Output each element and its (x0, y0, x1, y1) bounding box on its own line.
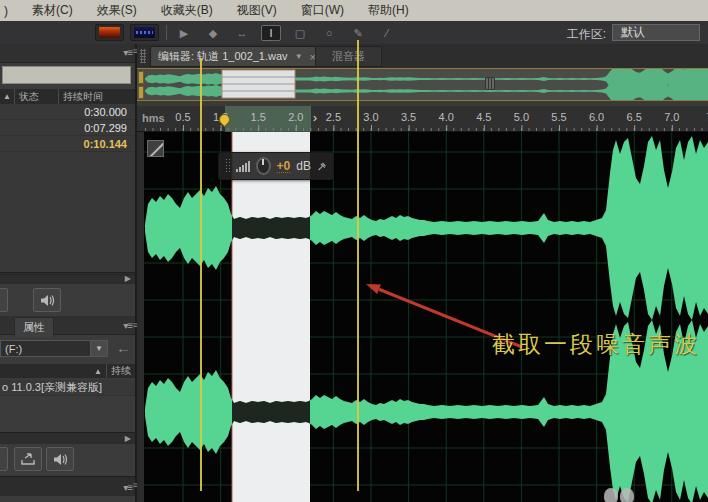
speaker-icon (53, 453, 68, 466)
hud-grip-icon[interactable] (225, 158, 230, 174)
ruler-label: 7.0 (664, 111, 679, 123)
column-duration[interactable]: 持续 (106, 364, 131, 378)
editor-tab-bar: 编辑器: 轨道 1_002_1.wav ▼ × 混音器 (137, 44, 708, 68)
reveal-file-button[interactable] (14, 447, 42, 471)
panel-menu-icon[interactable]: ▾≡ (123, 482, 132, 493)
sort-asc-icon[interactable]: ▲ (0, 92, 14, 101)
gain-unit: dB (296, 159, 311, 173)
gain-hud[interactable]: +0 dB (218, 152, 334, 180)
ruler-label: 6.5 (627, 111, 642, 123)
column-duration[interactable]: 持续时间 (58, 89, 135, 104)
menu-item[interactable]: 素材(C) (32, 2, 73, 19)
tab-editor[interactable]: 编辑器: 轨道 1_002_1.wav ▼ × (150, 46, 324, 67)
audition-window: )素材(C)效果(S)收藏夹(B)视图(V)窗口(W)帮助(H) ▶◆↔I▢○✎… (0, 0, 708, 502)
divider (0, 274, 135, 275)
menu-item[interactable]: 视图(V) (237, 2, 277, 19)
workspace-label: 工作区: (567, 26, 606, 43)
properties-panel-header: 属性 ▾≡ (0, 316, 135, 335)
speaker-icon (40, 294, 55, 307)
bottom-panel-header: ▾≡ (0, 476, 135, 496)
properties-hscrollbar[interactable]: ▶ (0, 432, 135, 444)
waveform-view-button[interactable] (95, 24, 124, 41)
ruler-label: 4.0 (439, 111, 454, 123)
panel-menu-icon[interactable]: ▾≡ (123, 320, 132, 331)
ruler-ticks (137, 125, 708, 131)
ruler-label: 5.0 (514, 111, 529, 123)
ruler-label: 5.5 (551, 111, 566, 123)
properties-list-header: ▲ 持续 (0, 364, 135, 378)
clipped-button[interactable] (0, 288, 8, 312)
file-row[interactable]: 0:30.000 (0, 104, 135, 120)
column-status[interactable]: 状态 (14, 89, 58, 104)
watermark-blob (604, 488, 618, 502)
overview-waveform (137, 69, 708, 100)
file-filter-input[interactable] (2, 66, 131, 84)
list-item[interactable]: o 11.0.3[亲测兼容版] (0, 380, 135, 396)
panel-menu-icon[interactable]: ▾≡ (123, 47, 132, 58)
healing-brush-tool[interactable]: ⁄ (377, 25, 397, 41)
slip-tool[interactable]: ◆ (203, 25, 223, 41)
spectral-view-button[interactable] (130, 24, 159, 41)
paintbrush-tool[interactable]: ✎ (348, 25, 368, 41)
channel-toggle-button[interactable] (147, 140, 164, 157)
menu-item[interactable]: 帮助(H) (368, 2, 409, 19)
pin-icon[interactable] (317, 160, 327, 173)
chevron-down-icon[interactable]: ▼ (90, 341, 107, 356)
clipped-button[interactable] (0, 447, 8, 471)
scroll-right-icon[interactable]: ▶ (125, 274, 131, 283)
open-folder-icon (20, 452, 36, 466)
ruler-label: 4.5 (476, 111, 491, 123)
overview-drag-handle[interactable] (485, 77, 495, 90)
drive-select-value: (F:) (5, 343, 22, 355)
menu-item[interactable]: 效果(S) (97, 2, 137, 19)
selection-arrow-icon: › (313, 111, 317, 125)
lasso-selection-tool[interactable]: ○ (319, 25, 339, 41)
move-tool[interactable]: ▶ (174, 25, 194, 41)
gain-value[interactable]: +0 (277, 160, 291, 173)
toolbar: ▶◆↔I▢○✎⁄ 工作区: 默认 (0, 21, 708, 44)
tab-mixer[interactable]: 混音器 (315, 46, 382, 67)
waveform-display (137, 132, 708, 502)
sort-asc-icon[interactable]: ▲ (94, 367, 102, 376)
waveform-editor[interactable] (137, 132, 708, 502)
tab-editor-label: 编辑器: 轨道 1_002_1.wav (158, 49, 288, 64)
waveform-overview[interactable] (137, 68, 708, 101)
menu-bar: )素材(C)效果(S)收藏夹(B)视图(V)窗口(W)帮助(H) (0, 0, 708, 21)
file-row[interactable]: 0:10.144 (0, 136, 135, 152)
files-list-header: ▲ 状态 持续时间 (0, 89, 135, 104)
ruler-label: 0.5 (175, 111, 190, 123)
panel-grip-icon[interactable] (140, 49, 146, 63)
ruler-label: 6.0 (589, 111, 604, 123)
tab-properties[interactable]: 属性 (14, 317, 54, 337)
preview-play-button[interactable] (46, 447, 74, 471)
left-sidebar: ▾≡ ≡ ▲ 状态 持续时间 0:30.0000:07.2990:10.144 … (0, 44, 137, 502)
preview-play-button[interactable] (33, 288, 61, 312)
annotation-line (357, 40, 359, 491)
file-row[interactable]: 0:07.299 (0, 120, 135, 136)
watermark-blob (620, 488, 634, 502)
ruler-label: 2.5 (326, 111, 341, 123)
toolbar-separator (166, 25, 167, 40)
annotation-text: 截取一段噪音声波 (492, 329, 700, 360)
tab-mixer-label: 混音器 (332, 49, 365, 64)
annotation-line (200, 58, 202, 491)
ruler-label: 1.5 (251, 111, 266, 123)
menu-item[interactable]: ) (4, 4, 8, 18)
gain-knob[interactable] (256, 157, 271, 175)
marquee-selection-tool[interactable]: ▢ (290, 25, 310, 41)
files-list-empty (0, 152, 135, 272)
spectral-view-icon (134, 27, 155, 38)
workspace-select[interactable]: 默认 (612, 24, 700, 41)
chevron-down-icon[interactable]: ▼ (295, 52, 303, 61)
time-stretch-tool[interactable]: ↔ (232, 25, 252, 41)
level-bars-icon (236, 160, 250, 172)
ruler-label: 3.5 (401, 111, 416, 123)
time-ruler[interactable]: hms 0.51.01.52.02.53.03.54.04.55.05.56.0… (137, 106, 708, 132)
drive-select[interactable]: (F:) ▼ (0, 340, 108, 357)
menu-item[interactable]: 收藏夹(B) (161, 2, 213, 19)
ruler-label: 3.0 (363, 111, 378, 123)
scroll-right-icon[interactable]: ▶ (125, 434, 131, 443)
menu-item[interactable]: 窗口(W) (301, 2, 344, 19)
back-arrow-icon[interactable]: ← (116, 339, 131, 356)
time-selection-tool[interactable]: I (261, 25, 281, 41)
